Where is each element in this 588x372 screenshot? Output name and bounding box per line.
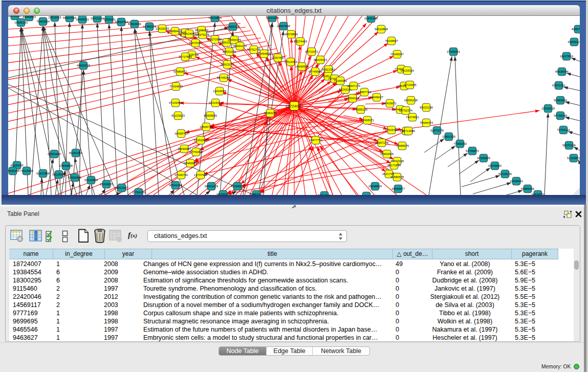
svg-text:18699938: 18699938	[295, 65, 309, 68]
svg-text:59407816: 59407816	[63, 16, 76, 19]
svg-text:89083863: 89083863	[23, 16, 36, 18]
svg-text:67749649: 67749649	[309, 70, 322, 73]
svg-text:69985435: 69985435	[521, 187, 534, 190]
svg-text:09477752: 09477752	[309, 139, 322, 142]
svg-text:43039117: 43039117	[568, 40, 580, 43]
svg-text:74016400: 74016400	[20, 169, 33, 172]
svg-text:93792374: 93792374	[399, 109, 413, 112]
svg-text:51333872: 51333872	[567, 157, 580, 160]
svg-text:09134316: 09134316	[401, 69, 414, 72]
svg-text:31367837: 31367837	[271, 56, 285, 59]
svg-text:37346706: 37346706	[175, 173, 188, 177]
svg-text:81223623: 81223623	[171, 114, 185, 117]
svg-text:10310518: 10310518	[541, 107, 555, 110]
svg-text:57986872: 57986872	[173, 70, 187, 73]
svg-text:49947174: 49947174	[347, 84, 361, 87]
svg-text:74074821: 74074821	[406, 116, 419, 119]
svg-text:36713695: 36713695	[402, 129, 415, 133]
svg-text:77014363: 77014363	[284, 60, 297, 63]
svg-text:50983930: 50983930	[554, 99, 567, 102]
svg-text:75588675: 75588675	[396, 144, 409, 147]
svg-text:04556238: 04556238	[404, 99, 418, 102]
svg-text:44997278: 44997278	[375, 141, 388, 144]
svg-text:18724007: 18724007	[285, 104, 303, 108]
svg-text:40084271: 40084271	[264, 112, 277, 115]
svg-text:80957015: 80957015	[572, 28, 580, 31]
svg-text:79402654: 79402654	[36, 20, 50, 23]
svg-text:90913341: 90913341	[322, 68, 335, 71]
svg-text:18495931: 18495931	[76, 18, 89, 21]
svg-text:64746872: 64746872	[466, 149, 479, 152]
svg-text:63421607: 63421607	[115, 186, 128, 189]
svg-text:75255341: 75255341	[102, 18, 116, 21]
svg-text:71012269: 71012269	[266, 16, 279, 19]
svg-text:23226025: 23226025	[100, 183, 113, 186]
svg-text:84251354: 84251354	[69, 151, 83, 155]
svg-text:10801326: 10801326	[442, 135, 455, 138]
svg-text:01845146: 01845146	[364, 17, 378, 20]
svg-text:81219136: 81219136	[498, 172, 512, 176]
svg-text:11724005: 11724005	[403, 83, 416, 86]
svg-text:54516808: 54516808	[375, 28, 388, 31]
svg-text:64887719: 64887719	[358, 91, 371, 94]
svg-text:48932528: 48932528	[77, 64, 90, 67]
svg-text:20465375: 20465375	[228, 38, 241, 41]
svg-text:76038597: 76038597	[385, 39, 398, 42]
svg-text:19399091: 19399091	[510, 180, 523, 183]
svg-text:61586578: 61586578	[390, 176, 404, 179]
svg-text:77360260: 77360260	[453, 142, 467, 145]
svg-text:45494808: 45494808	[257, 52, 271, 55]
svg-text:43524082: 43524082	[183, 32, 196, 35]
svg-text:12419049: 12419049	[213, 90, 226, 93]
svg-text:18506716: 18506716	[200, 125, 213, 128]
svg-text:87429671: 87429671	[383, 102, 397, 105]
svg-text:44935348: 44935348	[8, 169, 19, 172]
svg-text:30923271: 30923271	[221, 63, 234, 66]
svg-text:74989413: 74989413	[168, 30, 182, 33]
svg-text:95171870: 95171870	[387, 164, 401, 167]
svg-text:29946804: 29946804	[368, 185, 382, 188]
svg-text:96965328: 96965328	[226, 25, 239, 28]
svg-text:10433218: 10433218	[8, 16, 21, 17]
svg-text:77434873: 77434873	[169, 85, 183, 88]
svg-text:62473178: 62473178	[430, 129, 444, 132]
svg-text:91905865: 91905865	[204, 114, 217, 117]
svg-text:01128059: 01128059	[52, 173, 65, 176]
svg-text:83503056: 83503056	[128, 23, 141, 26]
svg-text:89638346: 89638346	[555, 70, 569, 73]
svg-text:93676320: 93676320	[189, 41, 202, 45]
svg-text:57871331: 57871331	[552, 84, 565, 87]
svg-text:93745299: 93745299	[217, 76, 230, 79]
svg-text:80531003: 80531003	[223, 50, 236, 53]
svg-text:18227824: 18227824	[560, 55, 574, 58]
svg-text:34738299: 34738299	[554, 114, 567, 117]
svg-text:23511615: 23511615	[48, 16, 61, 19]
svg-text:06594013: 06594013	[346, 97, 359, 100]
svg-text:34309805: 34309805	[477, 157, 490, 160]
svg-text:75655125: 75655125	[354, 108, 367, 111]
svg-text:57262849: 57262849	[194, 139, 207, 142]
svg-text:99049027: 99049027	[370, 96, 383, 99]
svg-text:19600133: 19600133	[14, 21, 28, 24]
svg-text:00978820: 00978820	[488, 164, 502, 167]
svg-text:43699577: 43699577	[391, 187, 405, 190]
svg-text:72423884: 72423884	[208, 16, 222, 19]
svg-text:07991183: 07991183	[48, 152, 60, 156]
svg-text:70348247: 70348247	[390, 53, 404, 56]
svg-text:41395376: 41395376	[143, 25, 156, 28]
svg-text:27849808: 27849808	[59, 164, 73, 167]
svg-text:69222196: 69222196	[420, 106, 433, 109]
svg-text:53315869: 53315869	[84, 179, 98, 182]
svg-text:52427868: 52427868	[36, 172, 50, 175]
svg-text:56670106: 56670106	[562, 144, 576, 147]
svg-text:56272980: 56272980	[208, 38, 222, 41]
svg-text:41241182: 41241182	[10, 164, 23, 167]
svg-text:90229413: 90229413	[314, 58, 327, 61]
svg-text:16658760: 16658760	[175, 132, 188, 135]
svg-text:36541458: 36541458	[169, 184, 182, 187]
svg-text:33754330: 33754330	[132, 191, 145, 194]
svg-text:71349361: 71349361	[334, 79, 347, 82]
svg-text:04711671: 04711671	[305, 50, 318, 53]
svg-text:00379176: 00379176	[196, 33, 209, 36]
svg-text:16697848: 16697848	[277, 25, 290, 28]
